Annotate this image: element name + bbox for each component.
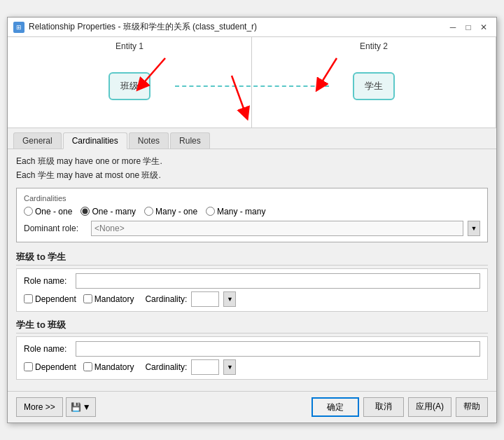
cardinalities-group-title: Cardinalities	[24, 194, 480, 202]
ok-button[interactable]: 确定	[312, 397, 359, 417]
svg-line-3	[319, 58, 337, 86]
section2-cardinality-label: Cardinality:	[145, 362, 187, 372]
save-dropdown-icon: ▼	[83, 402, 91, 412]
section1-dependent-check[interactable]: Dependent	[24, 294, 76, 304]
save-button[interactable]: 💾 ▼	[66, 397, 96, 417]
window-title: Relationship Properties - 班级和学生的关系 (clas…	[29, 21, 257, 33]
section2: 学生 to 班级 Role name: Dependent Mandatory …	[16, 317, 488, 380]
cardinality-options-row: One - one One - many Many - one Many - m…	[24, 207, 480, 216]
section2-mandatory-check[interactable]: Mandatory	[83, 362, 134, 372]
maximize-button[interactable]: □	[461, 20, 475, 34]
section1-rolename-row: Role name:	[24, 273, 480, 289]
bottom-bar: More >> 💾 ▼ 确定 取消 应用(A) 帮助	[8, 391, 496, 422]
main-content: Each 班级 may have one or more 学生. Each 学生…	[8, 149, 496, 390]
entity2-name: 学生	[365, 80, 383, 92]
window-icon: ⊞	[13, 22, 24, 33]
section1-mandatory-check[interactable]: Mandatory	[83, 294, 134, 304]
section2-inner: Role name: Dependent Mandatory Cardinali…	[16, 336, 488, 380]
dominant-role-row: Dominant role: ▼	[24, 221, 480, 236]
tab-notes[interactable]: Notes	[129, 132, 169, 149]
more-button[interactable]: More >>	[16, 397, 63, 417]
arrow3	[225, 72, 267, 123]
dominant-role-label: Dominant role:	[24, 224, 87, 233]
dominant-role-input[interactable]	[91, 221, 463, 236]
tab-general[interactable]: General	[13, 132, 62, 149]
tabs-bar: General Cardinalities Notes Rules	[8, 128, 496, 149]
radio-many-many[interactable]: Many - many	[206, 207, 265, 216]
section2-dependent-check[interactable]: Dependent	[24, 362, 76, 372]
section1-cardinality-label: Cardinality:	[145, 294, 187, 304]
entity-diagram: Entity 1 班级 Entity 2 学生	[8, 37, 496, 128]
description: Each 班级 may have one or more 学生. Each 学生…	[16, 155, 488, 181]
bottom-right: 确定 取消 应用(A) 帮助	[312, 397, 488, 417]
section1-rolename-input[interactable]	[76, 273, 480, 289]
arrow2	[316, 55, 358, 99]
entity1-label: Entity 1	[115, 41, 144, 51]
entity1-name: 班级	[120, 80, 139, 92]
entity2-panel: Entity 2 学生	[252, 37, 496, 128]
section1-cardinality-dropdown[interactable]: ▼	[223, 291, 236, 307]
minimize-button[interactable]: ─	[446, 20, 460, 34]
description-line1: Each 班级 may have one or more 学生.	[16, 155, 488, 168]
tab-rules[interactable]: Rules	[170, 132, 210, 149]
close-button[interactable]: ✕	[477, 20, 491, 34]
main-window: ⊞ Relationship Properties - 班级和学生的关系 (cl…	[7, 17, 497, 422]
section1-rolename-label: Role name:	[24, 276, 73, 286]
section2-rolename-label: Role name:	[24, 344, 73, 354]
save-icon: 💾	[71, 402, 81, 412]
radio-one-many[interactable]: One - many	[80, 207, 136, 216]
bottom-left: More >> 💾 ▼	[16, 397, 96, 417]
section1-cardinality-input[interactable]: 0,n	[191, 291, 219, 307]
dominant-role-dropdown-btn[interactable]: ▼	[468, 221, 480, 236]
section2-options-row: Dependent Mandatory Cardinality: 0,1 ▼	[24, 359, 480, 375]
section1-title: 班级 to 学生	[16, 249, 488, 266]
section2-rolename-input[interactable]	[76, 341, 480, 357]
arrow1	[137, 55, 179, 99]
section2-cardinality-input[interactable]: 0,1	[191, 359, 219, 375]
svg-line-1	[141, 58, 165, 86]
section1-options-row: Dependent Mandatory Cardinality: 0,n ▼	[24, 291, 480, 307]
radio-many-one[interactable]: Many - one	[144, 207, 197, 216]
titlebar-controls: ─ □ ✕	[446, 20, 491, 34]
cancel-button[interactable]: 取消	[363, 397, 404, 417]
apply-button[interactable]: 应用(A)	[408, 397, 451, 417]
description-line2: Each 学生 may have at most one 班级.	[16, 169, 488, 182]
help-button[interactable]: 帮助	[456, 397, 488, 417]
entity1-panel: Entity 1 班级	[8, 37, 252, 128]
section1-inner: Role name: Dependent Mandatory Cardinali…	[16, 268, 488, 312]
radio-one-one[interactable]: One - one	[24, 207, 72, 216]
cardinalities-group: Cardinalities One - one One - many Many …	[16, 188, 488, 242]
section2-cardinality-dropdown[interactable]: ▼	[223, 359, 236, 375]
entity2-label: Entity 2	[360, 41, 388, 51]
entity2-box: 学生	[353, 72, 395, 100]
titlebar: ⊞ Relationship Properties - 班级和学生的关系 (cl…	[8, 18, 496, 37]
section1: 班级 to 学生 Role name: Dependent Mandatory …	[16, 249, 488, 312]
svg-line-5	[232, 76, 246, 114]
section2-title: 学生 to 班级	[16, 317, 488, 334]
tab-cardinalities[interactable]: Cardinalities	[63, 132, 127, 149]
section2-rolename-row: Role name:	[24, 341, 480, 357]
